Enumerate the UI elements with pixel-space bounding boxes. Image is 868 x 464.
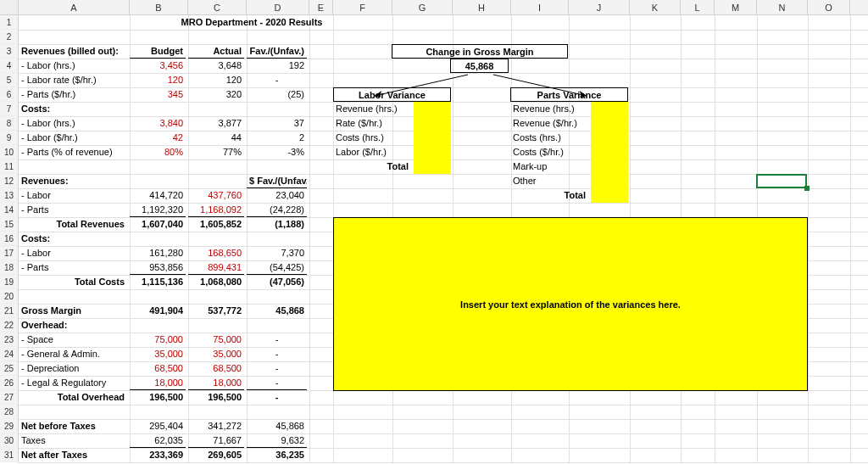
val-d14[interactable]: (24,228) bbox=[247, 203, 307, 217]
val-c27[interactable]: 196,500 bbox=[188, 390, 244, 405]
pv-val1[interactable] bbox=[591, 102, 628, 116]
row-header-21[interactable]: 21 bbox=[0, 304, 19, 318]
row-header-19[interactable]: 19 bbox=[0, 275, 19, 289]
col-header-E[interactable]: E bbox=[309, 0, 333, 14]
val-d27[interactable]: - bbox=[247, 390, 307, 405]
row-header-29[interactable]: 29 bbox=[0, 419, 19, 433]
val-d21[interactable]: 45,868 bbox=[247, 304, 307, 318]
selected-cell[interactable] bbox=[756, 174, 807, 188]
val-b26[interactable]: 18,000 bbox=[130, 376, 186, 390]
lv-val3[interactable] bbox=[414, 131, 451, 145]
val-b18[interactable]: 953,856 bbox=[130, 260, 186, 275]
row-header-23[interactable]: 23 bbox=[0, 333, 19, 347]
row-header-22[interactable]: 22 bbox=[0, 318, 19, 333]
val-b8[interactable]: 3,840 bbox=[130, 116, 186, 131]
row-header-10[interactable]: 10 bbox=[0, 145, 19, 159]
val-c10[interactable]: 77% bbox=[188, 145, 244, 159]
val-d15[interactable]: (1,188) bbox=[247, 217, 307, 232]
row-header-9[interactable]: 9 bbox=[0, 131, 19, 145]
col-header-J[interactable]: J bbox=[569, 0, 630, 14]
val-c4[interactable]: 3,648 bbox=[188, 59, 244, 73]
row-header-30[interactable]: 30 bbox=[0, 433, 19, 448]
corner-cell[interactable] bbox=[0, 0, 19, 14]
row-header-4[interactable]: 4 bbox=[0, 59, 19, 73]
row-header-6[interactable]: 6 bbox=[0, 87, 19, 102]
cells-area[interactable]: MRO Department - 2020 Results Revenues (… bbox=[19, 15, 868, 464]
col-header-K[interactable]: K bbox=[630, 0, 681, 14]
lv-val5[interactable] bbox=[414, 159, 451, 174]
val-b13[interactable]: 414,720 bbox=[130, 188, 186, 203]
val-b6[interactable]: 345 bbox=[130, 87, 186, 102]
val-c29[interactable]: 341,272 bbox=[188, 419, 244, 433]
val-c13[interactable]: 437,760 bbox=[188, 188, 244, 203]
row-header-31[interactable]: 31 bbox=[0, 448, 19, 462]
spreadsheet[interactable]: ABCDEFGHIJKLMNO 123456789101112131415161… bbox=[0, 0, 868, 464]
val-d24[interactable]: - bbox=[247, 347, 307, 361]
val-b23[interactable]: 75,000 bbox=[130, 333, 186, 347]
lv-val2[interactable] bbox=[414, 116, 451, 131]
pv-val3[interactable] bbox=[591, 131, 628, 145]
pv-val4[interactable] bbox=[591, 145, 628, 159]
val-b5[interactable]: 120 bbox=[130, 73, 186, 87]
val-c6[interactable]: 320 bbox=[188, 87, 244, 102]
row-header-28[interactable]: 28 bbox=[0, 405, 19, 419]
val-c26[interactable]: 18,000 bbox=[188, 376, 244, 390]
val-b15[interactable]: 1,607,040 bbox=[130, 217, 186, 232]
fill-handle[interactable] bbox=[804, 186, 810, 191]
val-c24[interactable]: 35,000 bbox=[188, 347, 244, 361]
val-c14[interactable]: 1,168,092 bbox=[188, 203, 244, 217]
row-header-25[interactable]: 25 bbox=[0, 361, 19, 376]
val-b19[interactable]: 1,115,136 bbox=[130, 275, 186, 289]
col-header-D[interactable]: D bbox=[247, 0, 309, 14]
val-c5[interactable]: 120 bbox=[188, 73, 244, 87]
val-b10[interactable]: 80% bbox=[130, 145, 186, 159]
val-d26[interactable]: - bbox=[247, 376, 307, 390]
col-header-L[interactable]: L bbox=[681, 0, 715, 14]
val-c8[interactable]: 3,877 bbox=[188, 116, 244, 131]
val-b25[interactable]: 68,500 bbox=[130, 361, 186, 376]
val-d23[interactable]: - bbox=[247, 333, 307, 347]
val-d17[interactable]: 7,370 bbox=[247, 246, 307, 260]
col-header-G[interactable]: G bbox=[392, 0, 453, 14]
val-d25[interactable]: - bbox=[247, 361, 307, 376]
val-d19[interactable]: (47,056) bbox=[247, 275, 307, 289]
val-c19[interactable]: 1,068,080 bbox=[188, 275, 244, 289]
val-b17[interactable]: 161,280 bbox=[130, 246, 186, 260]
row-header-18[interactable]: 18 bbox=[0, 260, 19, 275]
row-header-16[interactable]: 16 bbox=[0, 232, 19, 246]
pv-val2[interactable] bbox=[591, 116, 628, 131]
pv-val6[interactable] bbox=[591, 174, 628, 188]
val-c18[interactable]: 899,431 bbox=[188, 260, 244, 275]
pv-val5[interactable] bbox=[591, 159, 628, 174]
row-header-1[interactable]: 1 bbox=[0, 15, 19, 30]
val-b4[interactable]: 3,456 bbox=[130, 59, 186, 73]
row-header-15[interactable]: 15 bbox=[0, 217, 19, 232]
val-d9[interactable]: 2 bbox=[247, 131, 307, 145]
val-c25[interactable]: 68,500 bbox=[188, 361, 244, 376]
lv-val4[interactable] bbox=[414, 145, 451, 159]
row-header-20[interactable]: 20 bbox=[0, 289, 19, 304]
col-header-M[interactable]: M bbox=[715, 0, 757, 14]
row-header-3[interactable]: 3 bbox=[0, 44, 19, 59]
val-c31[interactable]: 269,605 bbox=[188, 448, 244, 462]
row-header-8[interactable]: 8 bbox=[0, 116, 19, 131]
col-header-H[interactable]: H bbox=[453, 0, 511, 14]
row-header-14[interactable]: 14 bbox=[0, 203, 19, 217]
row-header-13[interactable]: 13 bbox=[0, 188, 19, 203]
val-d29[interactable]: 45,868 bbox=[247, 419, 307, 433]
val-b21[interactable]: 491,904 bbox=[130, 304, 186, 318]
col-header-N[interactable]: N bbox=[757, 0, 808, 14]
val-c23[interactable]: 75,000 bbox=[188, 333, 244, 347]
row-header-7[interactable]: 7 bbox=[0, 102, 19, 116]
row-header-26[interactable]: 26 bbox=[0, 376, 19, 390]
val-d31[interactable]: 36,235 bbox=[247, 448, 307, 462]
col-header-B[interactable]: B bbox=[130, 0, 188, 14]
val-d13[interactable]: 23,040 bbox=[247, 188, 307, 203]
val-d6[interactable]: (25) bbox=[247, 87, 307, 102]
val-b29[interactable]: 295,404 bbox=[130, 419, 186, 433]
val-b9[interactable]: 42 bbox=[130, 131, 186, 145]
col-header-F[interactable]: F bbox=[333, 0, 392, 14]
val-b24[interactable]: 35,000 bbox=[130, 347, 186, 361]
col-header-C[interactable]: C bbox=[188, 0, 247, 14]
row-header-27[interactable]: 27 bbox=[0, 390, 19, 405]
